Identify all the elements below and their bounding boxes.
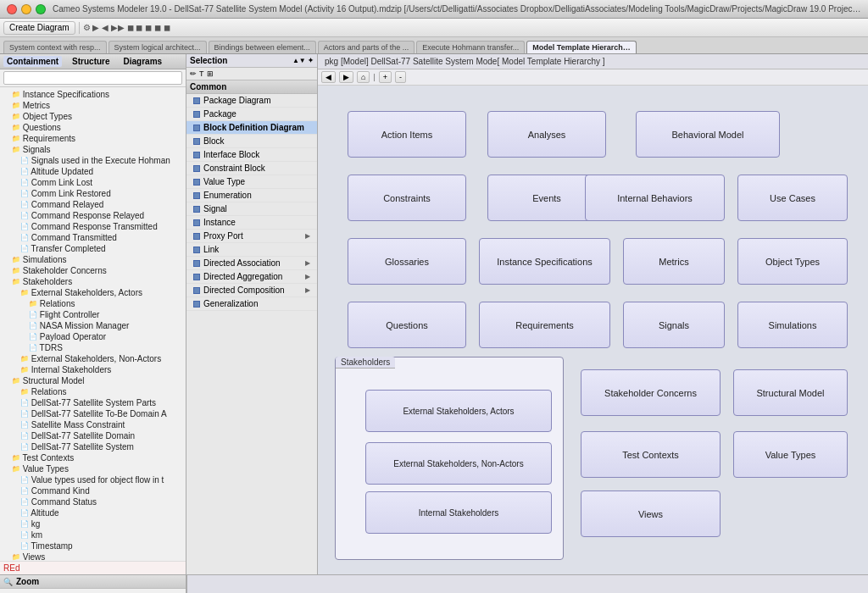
- tree-item[interactable]: 📁 Internal Stakeholders: [0, 364, 186, 375]
- tools-item-generalization[interactable]: Generalization: [186, 297, 317, 311]
- tree-item[interactable]: 📁 Metrics: [0, 100, 186, 111]
- tools-item-directed-composition[interactable]: Directed Composition▶: [186, 284, 317, 297]
- tree-item[interactable]: 📁 Object Types: [0, 111, 186, 122]
- tree-item[interactable]: 📁 Stakeholders: [0, 276, 186, 287]
- model-box-structural-model[interactable]: Structural Model: [733, 369, 848, 416]
- minimize-button[interactable]: [21, 4, 31, 14]
- tree-item[interactable]: 📄 Value types used for object flow in t: [0, 474, 186, 485]
- tree-item[interactable]: 📄 Command Transmitted: [0, 232, 186, 243]
- tree-item[interactable]: 📄 Satellite Mass Constraint: [0, 419, 186, 430]
- tree-item[interactable]: 📁 External Stakeholders, Actors: [0, 287, 186, 298]
- tools-item-directed-association[interactable]: Directed Association▶: [186, 257, 317, 270]
- tree-item[interactable]: 📁 Test Contexts: [0, 452, 186, 463]
- tree-item[interactable]: 📄 NASA Mission Manager: [0, 320, 186, 331]
- tab-system-context[interactable]: System context with resp...: [3, 41, 107, 53]
- model-box-simulations[interactable]: Simulations: [737, 302, 848, 348]
- tree-item[interactable]: 📄 Timestamp: [0, 540, 186, 551]
- model-box-behavioral-model[interactable]: Behavioral Model: [636, 111, 780, 158]
- tab-bindings[interactable]: Bindings between element...: [209, 41, 316, 53]
- maximize-button[interactable]: [36, 4, 46, 14]
- model-box-analyses[interactable]: Analyses: [487, 111, 606, 158]
- search-input[interactable]: [3, 71, 182, 85]
- model-box-signals[interactable]: Signals: [623, 302, 725, 348]
- tree-item[interactable]: 📄 Signals used in the Execute Hohman: [0, 155, 186, 166]
- tree-item[interactable]: 📄 Comm Link Restored: [0, 188, 186, 199]
- tools-item-proxy-port[interactable]: Proxy Port▶: [186, 230, 317, 243]
- tree-item[interactable]: 📁 Instance Specifications: [0, 89, 186, 100]
- tree-item[interactable]: 📄 Command Kind: [0, 485, 186, 496]
- tools-item-interface-block[interactable]: Interface Block: [186, 148, 317, 162]
- model-box-test-contexts[interactable]: Test Contexts: [581, 431, 721, 478]
- model-box-use-cases[interactable]: Use Cases: [737, 175, 848, 221]
- model-box-internal-behaviors[interactable]: Internal Behaviors: [585, 175, 725, 221]
- model-box-object-types[interactable]: Object Types: [737, 238, 848, 285]
- tree-item[interactable]: 📄 Altitude Updated: [0, 166, 186, 177]
- tools-item-package-diagram[interactable]: Package Diagram: [186, 94, 317, 108]
- tree-item[interactable]: 📄 km: [0, 529, 186, 540]
- tools-item-enumeration[interactable]: Enumeration: [186, 189, 317, 202]
- tree-item[interactable]: 📄 Transfer Completed: [0, 243, 186, 254]
- tree-item[interactable]: 📁 Relations: [0, 298, 186, 309]
- tree-item[interactable]: 📁 Questions: [0, 122, 186, 133]
- model-box-metrics[interactable]: Metrics: [623, 238, 725, 285]
- stakeholders-package[interactable]: StakeholdersExternal Stakeholders, Actor…: [335, 357, 564, 560]
- close-button[interactable]: [7, 4, 17, 14]
- create-diagram-button[interactable]: Create Diagram: [3, 21, 75, 35]
- tools-item-value-type[interactable]: Value Type: [186, 175, 317, 189]
- tree-item[interactable]: 📄 Altitude: [0, 507, 186, 518]
- model-box-glossaries[interactable]: Glossaries: [348, 238, 466, 285]
- tree-item[interactable]: 📁 Relations: [0, 386, 186, 397]
- tools-item-instance[interactable]: Instance: [186, 216, 317, 230]
- diagram-canvas[interactable]: Action ItemsAnalysesBehavioral ModelCons…: [318, 86, 868, 574]
- tree-item[interactable]: 📁 Simulations: [0, 254, 186, 265]
- tree-item[interactable]: 📁 Signals: [0, 144, 186, 155]
- tree-item[interactable]: 📄 DellSat-77 Satellite System: [0, 441, 186, 452]
- tree-item[interactable]: 📁 Value Types: [0, 463, 186, 474]
- tree-item[interactable]: 📁 External Stakeholders, Non-Actors: [0, 353, 186, 364]
- tools-item-package[interactable]: Package: [186, 108, 317, 121]
- tools-item-block-definition-diagram[interactable]: Block Definition Diagram: [186, 121, 317, 135]
- tree-item[interactable]: 📄 kg: [0, 518, 186, 529]
- home-button[interactable]: ⌂: [357, 71, 370, 83]
- model-box-instance-specifications[interactable]: Instance Specifications: [479, 238, 610, 285]
- tools-item-constraint-block[interactable]: Constraint Block: [186, 162, 317, 175]
- tree-item[interactable]: 📄 Command Response Relayed: [0, 210, 186, 221]
- tree-item[interactable]: 📄 Comm Link Lost: [0, 177, 186, 188]
- tree-item[interactable]: 📄 DellSat-77 Satellite To-Be Domain A: [0, 408, 186, 419]
- tree-item[interactable]: 📄 TDRS: [0, 342, 186, 353]
- window-controls[interactable]: [7, 4, 46, 14]
- model-box-stakeholder-concerns[interactable]: Stakeholder Concerns: [581, 369, 721, 416]
- tree-item[interactable]: 📁 Structural Model: [0, 375, 186, 386]
- model-box-requirements[interactable]: Requirements: [479, 302, 610, 348]
- tree-item[interactable]: 📁 Requirements: [0, 133, 186, 144]
- tools-item-link[interactable]: Link: [186, 243, 317, 257]
- tree-item[interactable]: 📄 Command Status: [0, 496, 186, 507]
- tab-actors[interactable]: Actors and parts of the ...: [318, 41, 415, 53]
- zoom-out-button[interactable]: -: [395, 71, 406, 83]
- tools-item-directed-aggregation[interactable]: Directed Aggregation▶: [186, 270, 317, 284]
- inner-box-internal-stakeholders[interactable]: Internal Stakeholders: [365, 491, 552, 534]
- tree-item[interactable]: 📁 Stakeholder Concerns: [0, 265, 186, 276]
- tree-item[interactable]: 📄 Payload Operator: [0, 331, 186, 342]
- inner-box-ext-actors[interactable]: External Stakeholders, Actors: [365, 390, 552, 432]
- model-box-constraints[interactable]: Constraints: [348, 175, 466, 221]
- tree-item[interactable]: 📄 Command Response Transmitted: [0, 221, 186, 232]
- panel-tab-structure[interactable]: Structure: [69, 56, 113, 67]
- model-box-views[interactable]: Views: [581, 490, 721, 537]
- zoom-in-button[interactable]: +: [379, 71, 392, 83]
- tree-item[interactable]: 📄 DellSat-77 Satellite Domain: [0, 430, 186, 441]
- tree-item[interactable]: 📄 Command Relayed: [0, 199, 186, 210]
- back-button[interactable]: ◀: [321, 71, 336, 83]
- panel-tab-diagrams[interactable]: Diagrams: [120, 56, 166, 67]
- inner-box-ext-non-actors[interactable]: External Stakeholders, Non-Actors: [365, 442, 552, 485]
- common-section[interactable]: Common: [186, 80, 317, 94]
- tab-logical-arch[interactable]: System logical architect...: [108, 41, 207, 53]
- panel-tab-containment[interactable]: Containment: [3, 56, 62, 67]
- model-box-value-types[interactable]: Value Types: [733, 431, 848, 478]
- tab-execute-hohmann[interactable]: Execute Hohmann transfer...: [416, 41, 525, 53]
- tools-item-signal[interactable]: Signal: [186, 202, 317, 216]
- tools-item-block[interactable]: Block: [186, 135, 317, 148]
- forward-button[interactable]: ▶: [339, 71, 353, 83]
- model-box-action-items[interactable]: Action Items: [348, 111, 466, 158]
- tree-item[interactable]: 📁 Views: [0, 551, 186, 561]
